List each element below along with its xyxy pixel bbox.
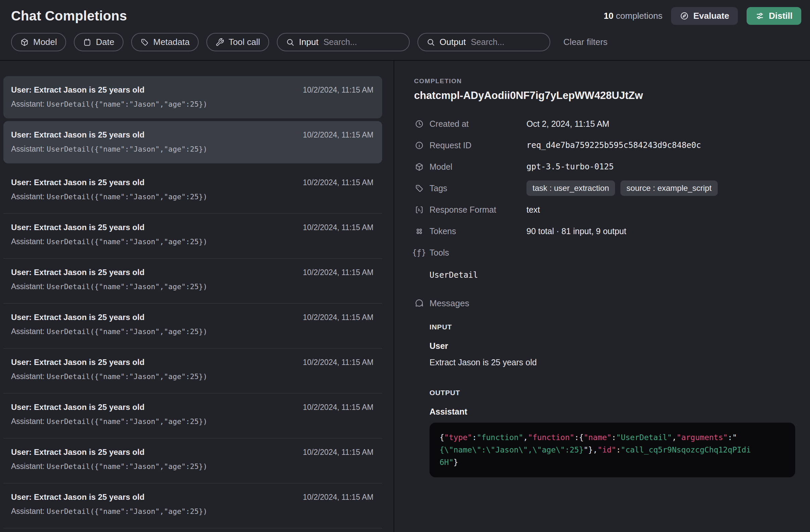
- row-assistant-text: Assistant: UserDetail({"name":"Jason","a…: [11, 372, 373, 381]
- response-format-icon: [414, 205, 424, 214]
- completion-section-label: COMPLETION: [414, 78, 810, 85]
- cube-icon: [414, 162, 424, 171]
- filter-toolcall-button[interactable]: Tool call: [206, 33, 269, 51]
- braces-function-icon: {ƒ}: [414, 248, 424, 257]
- evaluate-button[interactable]: Evaluate: [671, 7, 738, 25]
- header-actions: 10 completions Evaluate Distill: [604, 7, 801, 25]
- row-timestamp: 10/2/2024, 11:15 AM: [303, 313, 373, 322]
- tag-icon: [140, 38, 149, 47]
- completion-list-item[interactable]: User: Extract Jason is 25 years oldAssis…: [3, 349, 382, 394]
- tokens-label: Tokens: [430, 227, 526, 236]
- completion-list-item[interactable]: User: Extract Jason is 25 years oldAssis…: [3, 121, 382, 163]
- assistant-role-label: Assistant: [430, 407, 810, 417]
- row-timestamp: 10/2/2024, 11:15 AM: [303, 85, 373, 95]
- input-search-filter[interactable]: Input: [277, 33, 410, 51]
- input-search-label: Input: [299, 37, 319, 47]
- tag-pill: task : user_extraction: [526, 181, 615, 196]
- response-format-label: Response Format: [430, 205, 526, 215]
- row-assistant-text: Assistant: UserDetail({"name":"Jason","a…: [11, 145, 373, 154]
- filter-model-button[interactable]: Model: [11, 33, 66, 51]
- clock-icon: [414, 119, 424, 129]
- compass-icon: [680, 12, 689, 20]
- messages-label: Messages: [430, 298, 469, 309]
- completion-detail-panel: COMPLETION chatcmpl-ADyAodii0NF7ig7yLepW…: [394, 61, 810, 532]
- tool-name: UserDetail: [430, 265, 810, 285]
- tokens-row: Tokens 90 total · 81 input, 9 output: [414, 220, 810, 242]
- user-message-content: Extract Jason is 25 years old: [430, 358, 810, 367]
- row-timestamp: 10/2/2024, 11:15 AM: [303, 403, 373, 412]
- tags-values: task : user_extraction source : example_…: [526, 181, 718, 196]
- completion-list-item[interactable]: User: Extract Jason is 25 years oldAssis…: [3, 303, 382, 349]
- tags-label: Tags: [430, 183, 526, 193]
- row-assistant-text: Assistant: UserDetail({"name":"Jason","a…: [11, 327, 373, 336]
- completions-list: User: Extract Jason is 25 years oldAssis…: [0, 61, 393, 532]
- chat-bubble-icon: [414, 299, 424, 308]
- row-timestamp: 10/2/2024, 11:15 AM: [303, 223, 373, 232]
- completion-metadata: Created at Oct 2, 2024, 11:15 AM Request…: [414, 113, 810, 477]
- created-at-row: Created at Oct 2, 2024, 11:15 AM: [414, 113, 810, 134]
- completions-count-label: completions: [616, 11, 663, 21]
- calendar-icon: [83, 38, 92, 47]
- row-assistant-text: Assistant: UserDetail({"name":"Jason","a…: [11, 100, 373, 109]
- tools-label: Tools: [430, 248, 526, 257]
- row-timestamp: 10/2/2024, 11:15 AM: [303, 493, 373, 502]
- row-timestamp: 10/2/2024, 11:15 AM: [303, 268, 373, 277]
- model-value: gpt-3.5-turbo-0125: [526, 162, 614, 171]
- tag-pill: source : example_script: [620, 181, 717, 196]
- messages-block: INPUT User Extract Jason is 25 years old…: [430, 323, 810, 477]
- completion-list-item[interactable]: User: Extract Jason is 25 years oldAssis…: [3, 76, 382, 118]
- filter-date-button[interactable]: Date: [74, 33, 124, 51]
- tags-row: Tags task : user_extraction source : exa…: [414, 178, 810, 199]
- completion-list-item[interactable]: User: Extract Jason is 25 years oldAssis…: [3, 438, 382, 483]
- response-format-row: Response Format text: [414, 199, 810, 220]
- row-assistant-text: Assistant: UserDetail({"name":"Jason","a…: [11, 462, 373, 471]
- search-icon: [426, 38, 435, 47]
- clear-filters-button[interactable]: Clear filters: [563, 37, 608, 47]
- content: User: Extract Jason is 25 years oldAssis…: [0, 61, 810, 532]
- request-id-row: Request ID req_d4e7ba759225b595c584243d9…: [414, 134, 810, 156]
- filter-model-label: Model: [33, 37, 57, 47]
- cube-icon: [20, 38, 29, 47]
- row-timestamp: 10/2/2024, 11:15 AM: [303, 131, 373, 139]
- messages-section-header: Messages: [414, 294, 810, 313]
- filter-date-label: Date: [96, 37, 114, 47]
- row-assistant-text: Assistant: UserDetail({"name":"Jason","a…: [11, 282, 373, 291]
- completion-list-item[interactable]: User: Extract Jason is 25 years oldAssis…: [3, 214, 382, 259]
- evaluate-button-label: Evaluate: [693, 11, 729, 21]
- output-search-filter[interactable]: Output: [417, 33, 550, 51]
- distill-button[interactable]: Distill: [747, 7, 801, 25]
- created-at-value: Oct 2, 2024, 11:15 AM: [526, 119, 609, 129]
- output-section-label: OUTPUT: [430, 389, 810, 397]
- tokens-value: 90 total · 81 input, 9 output: [526, 227, 626, 236]
- completion-list-item[interactable]: User: Extract Jason is 25 years oldAssis…: [3, 483, 382, 528]
- input-section-label: INPUT: [430, 323, 810, 331]
- distill-button-label: Distill: [769, 11, 793, 21]
- request-id-value: req_d4e7ba759225b595c584243d9c848e0c: [526, 140, 701, 150]
- row-assistant-text: Assistant: UserDetail({"name":"Jason","a…: [11, 507, 373, 516]
- model-row: Model gpt-3.5-turbo-0125: [414, 156, 810, 178]
- model-label: Model: [430, 162, 526, 172]
- filter-toolcall-label: Tool call: [228, 37, 260, 47]
- filter-metadata-button[interactable]: Metadata: [131, 33, 199, 51]
- row-timestamp: 10/2/2024, 11:15 AM: [303, 178, 373, 187]
- request-id-label: Request ID: [430, 140, 526, 150]
- tools-row: {ƒ} Tools: [414, 242, 810, 263]
- filter-bar: Model Date Metadata Tool call: [0, 30, 810, 60]
- search-icon: [286, 38, 295, 47]
- response-format-value: text: [526, 205, 540, 215]
- completion-list-item[interactable]: User: Extract Jason is 25 years oldAssis…: [3, 169, 382, 214]
- user-role-label: User: [430, 341, 810, 351]
- completion-id: chatcmpl-ADyAodii0NF7ig7yLepWW428UJtZw: [414, 89, 810, 102]
- output-search-field[interactable]: [470, 37, 541, 47]
- input-search-field[interactable]: [323, 37, 401, 47]
- completions-count: 10 completions: [604, 11, 662, 21]
- row-assistant-text: Assistant: UserDetail({"name":"Jason","a…: [11, 237, 373, 246]
- completion-list-item[interactable]: User: Extract Jason is 25 years oldAssis…: [3, 394, 382, 438]
- assistant-tool-call-code: {"type":"function","function":{"name":"U…: [430, 423, 795, 477]
- completion-list-item[interactable]: User: Extract Jason is 25 years oldAssis…: [3, 259, 382, 303]
- output-search-label: Output: [440, 37, 466, 47]
- row-assistant-text: Assistant: UserDetail({"name":"Jason","a…: [11, 192, 373, 201]
- tag-icon: [414, 184, 424, 193]
- wrench-icon: [215, 38, 224, 47]
- page-title: Chat Completions: [11, 9, 127, 23]
